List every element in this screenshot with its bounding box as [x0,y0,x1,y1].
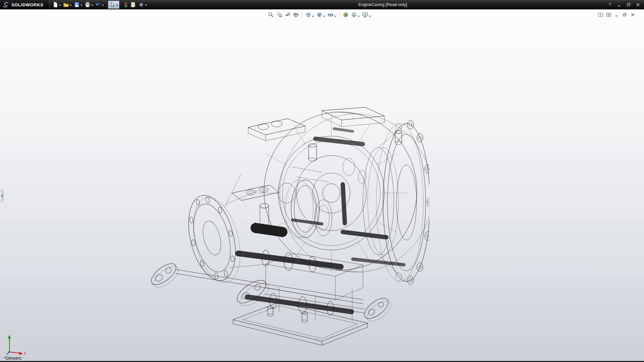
doc-close-button[interactable] [629,12,636,17]
doc-tile-button[interactable] [605,12,612,17]
apply-scene-icon [351,12,357,19]
file-properties-icon [130,2,136,8]
dropdown-caret-icon[interactable] [323,16,325,18]
window-title: EngineCasing [Read-only] [358,2,407,7]
restore-button[interactable] [625,2,633,8]
undo-icon [95,2,101,8]
3ds-swirl-icon [3,2,9,7]
graphics-area[interactable]: X *Dimetric [0,9,644,362]
zoom-fit-icon [268,12,274,19]
heads-up-view-toolbar [267,11,372,19]
toolbar-separator [121,2,121,8]
window-controls: ? [606,0,642,9]
view-orientation-button[interactable] [305,11,315,19]
help-button[interactable]: ? [606,2,614,8]
select-arrow-icon [109,2,115,8]
application-window: SOLIDWORKS [0,0,644,362]
undo-button[interactable] [94,1,105,9]
dropdown-caret-icon[interactable] [116,5,118,7]
dropdown-caret-icon[interactable] [334,16,336,18]
close-button[interactable] [634,2,642,8]
y-axis-arrow-icon [8,335,11,339]
section-view-icon [293,12,299,19]
display-style-icon [317,12,323,19]
print-button[interactable] [84,1,94,9]
doc-close-icon [631,13,635,17]
view-orientation-label: *Dimetric [4,356,22,361]
save-button[interactable] [73,1,84,9]
edit-appearance-button[interactable] [342,11,350,19]
select-button[interactable] [108,1,119,9]
toolbar-separator [302,13,303,18]
view-settings-icon [362,12,368,19]
expand-panel-arrow-icon [0,194,3,197]
brand-name: SOLIDWORKS [11,2,44,7]
display-style-button[interactable] [316,11,326,19]
x-axis-label: X [24,352,26,355]
dropdown-caret-icon[interactable] [369,16,371,18]
doc-minimize-button[interactable] [613,12,620,17]
featuremanager-collapsed-tab[interactable] [0,190,3,202]
solidworks-logo: SOLIDWORKS [0,0,48,9]
dropdown-caret-icon[interactable] [80,5,83,7]
section-view-button[interactable] [292,11,300,19]
open-button[interactable] [62,1,73,9]
dropdown-caret-icon[interactable] [102,5,104,7]
titlebar: SOLIDWORKS [0,0,644,9]
print-icon [85,2,91,8]
dropdown-caret-icon[interactable] [312,16,314,18]
rebuild-button[interactable] [122,1,129,9]
dropdown-caret-icon[interactable] [358,16,360,18]
dropdown-caret-icon[interactable] [59,5,61,7]
zoom-fit-button[interactable] [267,11,275,19]
save-icon [74,2,80,8]
toolbar-separator [339,13,340,18]
doc-split-button[interactable] [597,12,604,17]
previous-view-button[interactable] [284,11,291,19]
dropdown-caret-icon[interactable] [70,5,72,7]
dropdown-caret-icon[interactable] [145,5,147,7]
toolbar-separator [50,2,50,8]
minimize-button[interactable] [615,2,623,8]
restore-icon [627,3,631,7]
file-properties-button[interactable] [129,1,137,9]
reference-triad: X [5,333,28,357]
zoom-area-icon [276,12,282,19]
previous-view-icon [285,12,291,19]
dropdown-caret-icon[interactable] [91,5,93,7]
open-folder-icon [63,2,69,8]
zoom-area-button[interactable] [276,11,283,19]
edit-appearance-icon [343,12,349,19]
view-settings-button[interactable] [362,11,372,19]
hide-show-items-icon [328,12,334,19]
new-document-icon [52,2,58,8]
options-button[interactable] [137,1,148,9]
close-icon [636,3,640,7]
engine-casing-wireframe[interactable] [148,107,429,349]
doc-tile-icon [606,13,611,17]
rebuild-stoplight-icon [123,2,128,8]
document-window-controls [597,12,636,17]
doc-split-icon [598,13,603,17]
x-axis-arrow-icon [19,352,23,355]
doc-restore-icon [623,13,627,17]
apply-scene-button[interactable] [351,11,361,19]
options-gear-icon [138,2,144,8]
minimize-icon [617,3,621,7]
help-label: ? [609,2,611,7]
view-orientation-icon [306,12,312,19]
doc-restore-button[interactable] [621,12,628,17]
toolbar-separator [106,2,107,8]
doc-minimize-icon [614,13,619,17]
hide-show-items-button[interactable] [327,11,337,19]
new-button[interactable] [51,1,62,9]
